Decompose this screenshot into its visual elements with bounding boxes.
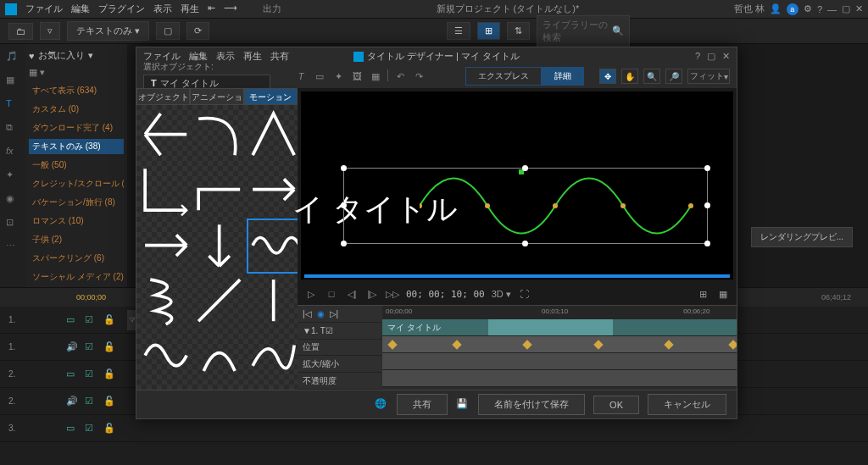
- render-preview-button[interactable]: レンダリングプレビ...: [751, 227, 853, 247]
- motion-preset[interactable]: [248, 329, 298, 383]
- kf-position-track[interactable]: [382, 336, 737, 353]
- library-folder-icon[interactable]: 🗀: [8, 23, 33, 40]
- kf-opacity-track[interactable]: [382, 370, 737, 387]
- cat-item[interactable]: 一般 (50): [29, 158, 124, 173]
- preview-scrubber[interactable]: [304, 274, 730, 278]
- motion-preset[interactable]: [248, 385, 298, 390]
- menu-file[interactable]: ファイル: [25, 3, 63, 15]
- overlay-icon[interactable]: ✦: [6, 169, 19, 183]
- next-frame-icon[interactable]: |▷: [365, 289, 379, 300]
- motion-preset[interactable]: [140, 163, 192, 217]
- resize-handle[interactable]: [341, 202, 347, 208]
- kf-track-header[interactable]: ▼ 1. T ☑: [298, 323, 382, 340]
- resize-handle[interactable]: [341, 241, 347, 246]
- visible-icon[interactable]: ☑: [85, 368, 97, 380]
- cat-item-selected[interactable]: テキストのみ (38): [29, 139, 124, 154]
- kf-prev-icon[interactable]: |◁: [303, 309, 312, 318]
- redo-icon[interactable]: ↷: [412, 69, 426, 83]
- motion-preset[interactable]: [140, 274, 192, 328]
- play-icon[interactable]: ▷: [304, 289, 318, 300]
- kf-row-position[interactable]: 位置: [298, 340, 382, 357]
- zoom-in-icon[interactable]: 🔍: [643, 69, 660, 84]
- motion-preset[interactable]: [248, 108, 298, 162]
- keyframe-diamond[interactable]: [523, 340, 532, 349]
- visible-icon[interactable]: ☑: [85, 341, 97, 353]
- lock-icon[interactable]: 🔓: [103, 314, 115, 326]
- motion-preset[interactable]: [248, 274, 298, 328]
- motion-preset[interactable]: [193, 385, 245, 390]
- refresh-icon[interactable]: ⟳: [186, 22, 209, 40]
- resize-handle[interactable]: [704, 241, 710, 246]
- resize-handle[interactable]: [522, 165, 528, 171]
- close-icon[interactable]: ✕: [855, 3, 863, 14]
- bg-tool-icon[interactable]: ▦: [369, 69, 382, 83]
- lock-icon[interactable]: 🔓: [103, 423, 115, 435]
- keyframe-diamond[interactable]: [452, 340, 461, 349]
- lock-icon[interactable]: 🔓: [103, 341, 115, 353]
- dialog-close-icon[interactable]: ✕: [722, 51, 730, 62]
- motion-preset[interactable]: [193, 329, 245, 383]
- safe-zone-icon[interactable]: ▦: [716, 289, 730, 300]
- motion-preset[interactable]: [140, 108, 192, 162]
- motion-preset[interactable]: [248, 163, 298, 217]
- visible-icon[interactable]: ☑: [85, 423, 97, 435]
- library-search[interactable]: ライブラリーの検索 🔍: [537, 15, 630, 47]
- ok-button[interactable]: OK: [593, 396, 639, 414]
- keyframe-diamond[interactable]: [593, 340, 603, 349]
- tab-object[interactable]: オブジェクト: [136, 88, 190, 105]
- mode-detail[interactable]: 詳細: [542, 67, 584, 86]
- grid-view-icon[interactable]: ⊞: [477, 22, 500, 40]
- fit-combo[interactable]: フィット ▾: [687, 69, 730, 84]
- preview-canvas[interactable]: イ タイトル: [301, 91, 733, 280]
- particle-tool-icon[interactable]: ✦: [331, 69, 345, 83]
- dlg-menu-play[interactable]: 再生: [243, 50, 262, 63]
- cat-item[interactable]: バケーション/旅行 (8): [29, 195, 124, 210]
- fx-room-icon[interactable]: ▦: [6, 75, 19, 88]
- cat-item[interactable]: すべて表示 (634): [29, 83, 124, 98]
- visible-icon[interactable]: ☑: [85, 314, 97, 326]
- cat-item[interactable]: カスタム (0): [29, 102, 124, 117]
- lock-icon[interactable]: 🔓: [103, 396, 115, 407]
- expand-icon[interactable]: ▦ ▾: [29, 67, 124, 78]
- motion-preset[interactable]: [193, 274, 245, 328]
- audio-track-icon[interactable]: 🔊: [66, 396, 78, 407]
- help-icon[interactable]: ?: [817, 4, 822, 14]
- fast-forward-icon[interactable]: ▷▷: [386, 289, 399, 300]
- lock-icon[interactable]: 🔓: [103, 368, 115, 380]
- motion-preset-selected[interactable]: [248, 219, 298, 273]
- motion-preset[interactable]: [193, 219, 245, 273]
- motion-preset[interactable]: [193, 163, 245, 217]
- motion-preset[interactable]: [140, 385, 192, 390]
- user-icon[interactable]: 👤: [770, 3, 782, 14]
- keyframe-diamond[interactable]: [665, 340, 674, 349]
- media-icon[interactable]: 🎵: [6, 51, 19, 64]
- video-track-icon[interactable]: ▭: [66, 314, 78, 326]
- cat-item[interactable]: スパークリング (6): [29, 251, 124, 266]
- dialog-maximize-icon[interactable]: ▢: [707, 51, 715, 62]
- selection-bbox[interactable]: [343, 168, 708, 244]
- minimize-icon[interactable]: —: [827, 4, 837, 14]
- image-tool-icon[interactable]: 🖼: [350, 69, 364, 83]
- output-label[interactable]: 出力: [263, 3, 281, 15]
- favorites-header[interactable]: ♥ お気に入り ▾: [29, 49, 124, 62]
- keyframe-diamond[interactable]: [728, 340, 737, 349]
- dlg-menu-view[interactable]: 表示: [216, 50, 235, 63]
- cat-item[interactable]: クレジット/スクロール (15): [29, 176, 124, 191]
- settings-icon[interactable]: ⚙: [804, 3, 812, 14]
- motion-preset[interactable]: [193, 108, 245, 162]
- resize-handle[interactable]: [704, 202, 710, 208]
- audio-icon[interactable]: ◉: [6, 193, 19, 207]
- cat-item[interactable]: ソーシャル メディア (2): [29, 269, 124, 285]
- fullscreen-icon[interactable]: ⛶: [518, 289, 531, 299]
- kf-rec-icon[interactable]: ◉: [317, 309, 325, 318]
- video-track-icon[interactable]: ▭: [66, 368, 78, 380]
- dialog-help-icon[interactable]: ?: [695, 51, 700, 62]
- cat-item[interactable]: ロマンス (10): [29, 213, 124, 229]
- menu-plugin[interactable]: プラグイン: [98, 3, 145, 15]
- dlg-menu-edit[interactable]: 編集: [189, 50, 208, 63]
- fx-icon[interactable]: fx: [6, 146, 19, 159]
- menu-play[interactable]: 再生: [181, 3, 199, 15]
- 3d-toggle[interactable]: 3D ▾: [492, 289, 511, 300]
- tab-motion[interactable]: モーション: [244, 88, 298, 105]
- kf-title-track[interactable]: マイ タイトル: [382, 319, 737, 336]
